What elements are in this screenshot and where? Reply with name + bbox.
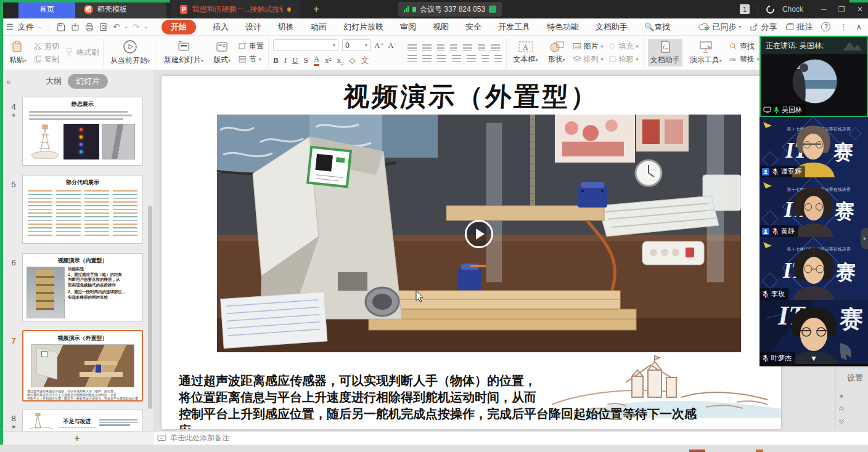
restore-button[interactable]: ❐ [838, 5, 845, 14]
font-size-select[interactable]: 0▾ [342, 39, 371, 51]
italic-button[interactable]: I [284, 55, 287, 65]
slide-thumbnail-8[interactable]: 不足与改进 [22, 409, 143, 431]
present-tools-button[interactable]: 演示工具▾ [687, 39, 724, 67]
distribute-icon[interactable] [467, 55, 476, 62]
next-slide-button[interactable] [838, 418, 845, 424]
panel-collapse-button[interactable]: ▼ [810, 354, 817, 363]
tab-design[interactable]: 设计 [245, 22, 261, 33]
doc-assistant-button[interactable]: 文档助手 [648, 39, 682, 67]
slide-thumbnail-6[interactable]: 视频演示（内置型） 功能实现： 1、通过感应手指（笔）的距离 判断用户想要点按的… [22, 253, 143, 322]
strikethrough-button[interactable]: S [303, 55, 308, 65]
close-button[interactable]: ✕ [857, 5, 863, 14]
decrease-font-button[interactable]: A⁻ [388, 41, 398, 50]
participant-tile-3[interactable]: 第十七届IT节之IT作品赛在线决赛 IT 赛 黄静 [760, 177, 868, 237]
new-tab-button[interactable]: + [306, 0, 327, 18]
font-family-select[interactable]: ▾ [273, 39, 338, 51]
paragraph-settings-icon[interactable] [491, 44, 500, 51]
tab-devtools[interactable]: 开发工具 [498, 22, 530, 33]
file-menu[interactable]: 文件 [18, 22, 34, 33]
outline-button[interactable]: 轮廓▾ [608, 54, 639, 65]
redo-caret-icon[interactable]: ⌄ [144, 24, 148, 30]
slide-thumbnail-4[interactable]: 静态展示 [22, 97, 143, 166]
spacing-options-icon[interactable] [494, 55, 502, 62]
undo-button[interactable]: ↶ [113, 22, 120, 31]
layout-button[interactable]: 版式▾ [211, 39, 233, 67]
decrease-indent-icon[interactable] [437, 44, 444, 51]
notification-badge[interactable]: 1 [740, 4, 750, 14]
add-slide-button[interactable]: + [0, 431, 154, 445]
settings-button[interactable]: 设置 [847, 373, 863, 384]
collapse-panel-button[interactable]: « [6, 77, 10, 86]
tab-doc-assistant[interactable]: 文档助手 [596, 22, 628, 33]
slide-video[interactable] [217, 115, 741, 352]
redo-button[interactable]: ↷ [133, 22, 139, 31]
justify-icon[interactable] [452, 55, 461, 62]
participant-tile-5[interactable]: IT 赛 叶梦杰 ▼ [760, 300, 868, 364]
tab-document[interactable]: P 我想和伍晓鹏一...接触式按键方案 [171, 0, 300, 18]
comment-button[interactable]: 批注 [785, 22, 813, 33]
char-dialog-button[interactable]: 文 [361, 55, 369, 66]
more-menu-button[interactable]: ⋮ [839, 22, 847, 31]
slides-tab[interactable]: 幻灯片 [68, 74, 108, 89]
scroll-down-icon[interactable]: ▼ [839, 393, 845, 400]
tab-features[interactable]: 特色功能 [547, 22, 579, 33]
hamburger-icon[interactable]: ☰ [6, 22, 14, 31]
section-button[interactable]: 节▾ [238, 54, 264, 65]
save-icon[interactable] [56, 22, 66, 32]
cut-button[interactable]: 剪切 [34, 41, 59, 52]
numbering-icon[interactable] [422, 44, 432, 51]
meeting-id-pill[interactable]: 会议号 337 824 053 [398, 2, 502, 17]
text-box-button[interactable]: A 文本框▾ [511, 39, 541, 66]
tab-slideshow[interactable]: 幻灯片放映 [343, 22, 383, 33]
tab-transition[interactable]: 切换 [278, 22, 294, 33]
video-play-button[interactable] [465, 220, 493, 248]
participant-tile-1[interactable]: 吴国林 [761, 54, 867, 116]
align-left-icon[interactable] [407, 55, 417, 62]
new-slide-button[interactable]: 新建幻灯片▾ [162, 39, 206, 67]
underline-button[interactable]: U [292, 55, 298, 65]
panel-expand-arrow[interactable]: › [861, 228, 868, 249]
text-direction-icon[interactable] [463, 44, 472, 51]
increase-indent-icon[interactable] [450, 44, 457, 51]
participant-tile-2[interactable]: 第十七届IT节之IT作品赛在线决赛 IT 赛 谭亚辉 [760, 117, 868, 177]
shapes-button[interactable]: 形状▾ [546, 39, 568, 66]
account-name[interactable]: Chock [782, 5, 803, 14]
sync-status[interactable]: 已同步 ▾ [698, 22, 741, 33]
previous-slide-button[interactable] [838, 406, 845, 412]
fill-button[interactable]: 填充▾ [608, 41, 639, 52]
clear-format-button[interactable]: ◇ [350, 55, 356, 65]
replace-button[interactable]: AB替换▾ [729, 54, 760, 65]
find-button[interactable]: 查找 [729, 41, 760, 52]
tab-view[interactable]: 视图 [433, 22, 449, 33]
outline-tab[interactable]: 大纲 [46, 76, 62, 87]
format-painter-button[interactable]: 格式刷 [64, 47, 99, 59]
tab-docer-templates[interactable]: 稻 稻壳模板 [75, 0, 166, 18]
tab-security[interactable]: 安全 [465, 22, 481, 33]
tab-start[interactable]: 开始 [162, 20, 196, 34]
current-slide[interactable]: 视频演示（外置型） [162, 76, 781, 429]
tab-review[interactable]: 审阅 [400, 22, 416, 33]
align-center-icon[interactable] [422, 55, 432, 62]
play-from-current-button[interactable]: 从当前开始▾ [108, 38, 152, 67]
align-right-icon[interactable] [437, 55, 446, 62]
slide-thumbnail-7-selected[interactable]: 视频演示（外置型） 通过超声波距离感应传感器，可以实现判断人手（物体）的位置， … [22, 330, 143, 402]
picture-button[interactable]: 图片▾ [573, 41, 604, 52]
arrange-button[interactable]: 排列▾ [573, 54, 604, 65]
share-button[interactable]: 分享 [750, 22, 777, 33]
collapse-ribbon-button[interactable]: ∧ [856, 22, 862, 31]
menubar-find[interactable]: 🔍查找 [644, 22, 670, 33]
print-preview-icon[interactable] [99, 22, 108, 32]
line-spacing-icon[interactable] [481, 55, 489, 62]
print-icon[interactable] [84, 22, 94, 32]
reset-button[interactable]: 重置 [238, 41, 264, 52]
participant-tile-4[interactable]: 第十七届IT节之IT作品赛在线决赛 IT 赛 李玫 [760, 237, 868, 300]
copy-button[interactable]: 复制 [34, 54, 59, 65]
undo-caret-icon[interactable]: ⌄ [124, 24, 128, 30]
export-icon[interactable] [70, 22, 80, 32]
bold-button[interactable]: B [273, 55, 279, 65]
slide-thumbnail-5[interactable]: 部分代码展示 [22, 175, 143, 244]
tab-insert[interactable]: 插入 [213, 22, 229, 33]
bullets-icon[interactable] [407, 44, 417, 51]
paste-button[interactable]: 粘贴▾ [7, 39, 29, 67]
superscript-button[interactable]: x² [325, 55, 331, 65]
